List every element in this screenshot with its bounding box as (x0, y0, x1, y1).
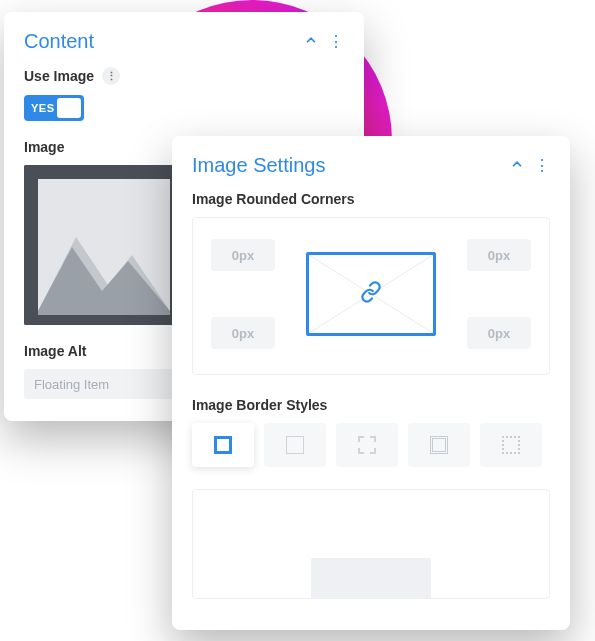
content-panel-header: Content ⋮ (24, 30, 344, 53)
collapse-icon[interactable] (304, 33, 318, 51)
toggle-value-label: YES (24, 102, 55, 114)
square-icon (214, 436, 232, 454)
square-icon (430, 436, 448, 454)
border-style-plain[interactable] (264, 423, 326, 467)
rounded-corners-control (192, 217, 550, 375)
border-style-solid[interactable] (192, 423, 254, 467)
border-styles-label: Image Border Styles (192, 397, 550, 413)
toggle-knob (57, 98, 81, 118)
use-image-toggle[interactable]: YES (24, 95, 84, 121)
image-settings-panel: Image Settings ⋮ Image Rounded Corners (172, 136, 570, 630)
rounded-corners-label: Image Rounded Corners (192, 191, 550, 207)
use-image-label: Use Image (24, 68, 94, 84)
more-icon[interactable]: ⋮ (328, 34, 344, 50)
settings-title: Image Settings (192, 154, 325, 177)
content-title: Content (24, 30, 94, 53)
image-preview[interactable] (24, 165, 184, 325)
image-alt-input[interactable] (24, 369, 174, 399)
square-icon (286, 436, 304, 454)
border-preview-box (192, 489, 550, 599)
collapse-icon[interactable] (510, 157, 524, 175)
border-style-double[interactable] (408, 423, 470, 467)
corner-link-box[interactable] (306, 252, 436, 336)
border-style-dashed[interactable] (336, 423, 398, 467)
more-icon[interactable]: ⋮ (534, 158, 550, 174)
image-placeholder-icon (24, 165, 184, 325)
border-preview-inner (311, 558, 431, 599)
square-icon (502, 436, 520, 454)
corner-bottom-right-input[interactable] (467, 317, 531, 349)
settings-panel-header: Image Settings ⋮ (192, 154, 550, 177)
corner-top-left-input[interactable] (211, 239, 275, 271)
border-style-dotted[interactable] (480, 423, 542, 467)
border-styles-row (192, 423, 550, 467)
corner-top-right-input[interactable] (467, 239, 531, 271)
help-icon[interactable]: ⋮ (102, 67, 120, 85)
corner-bottom-left-input[interactable] (211, 317, 275, 349)
link-icon (360, 281, 382, 307)
square-icon (358, 436, 376, 454)
